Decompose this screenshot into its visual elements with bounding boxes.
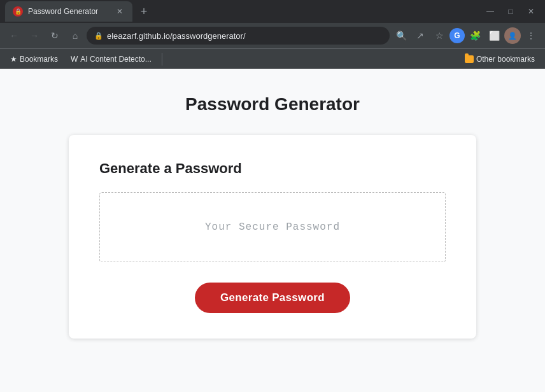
tab-title: Password Generator (28, 7, 110, 16)
active-tab[interactable]: Password Generator ✕ (5, 1, 132, 22)
search-icon[interactable]: 🔍 (392, 27, 410, 45)
folder-icon (465, 55, 474, 63)
back-button[interactable]: ← (5, 27, 23, 45)
star-icon: ★ (10, 55, 17, 64)
bookmarks-bar: ★ Bookmarks W AI Content Detecto... Othe… (0, 48, 545, 69)
extensions-icon[interactable]: 🧩 (466, 27, 484, 45)
google-account-button[interactable]: G (449, 28, 465, 43)
browser-layout-icon[interactable]: ⬜ (485, 27, 503, 45)
minimize-button[interactable]: — (481, 3, 499, 20)
forward-button[interactable]: → (25, 27, 43, 45)
title-bar: Password Generator ✕ + — □ ✕ (0, 0, 545, 23)
ai-content-label: AI Content Detecto... (80, 55, 151, 64)
page-content: Password Generator Generate a Password Y… (0, 69, 545, 392)
maximize-button[interactable]: □ (502, 3, 520, 20)
other-bookmarks-label: Other bookmarks (476, 55, 535, 64)
menu-icon[interactable]: ⋮ (522, 27, 540, 45)
window-controls: — □ ✕ (481, 3, 540, 20)
password-placeholder-text: Your Secure Password (205, 221, 340, 233)
bookmarks-folder-item[interactable]: ★ Bookmarks (5, 53, 63, 66)
w-icon: W (71, 55, 78, 64)
bookmarks-label: Bookmarks (20, 55, 58, 64)
bookmark-star-icon[interactable]: ☆ (430, 27, 448, 45)
other-bookmarks-button[interactable]: Other bookmarks (460, 53, 540, 66)
browser-frame: Password Generator ✕ + — □ ✕ ← → ↻ ⌂ 🔒 e… (0, 0, 545, 392)
password-generator-card: Generate a Password Your Secure Password… (69, 135, 476, 339)
share-icon[interactable]: ↗ (411, 27, 429, 45)
address-bar[interactable]: 🔒 eleazarf.github.io/passwordgenerator/ (87, 27, 390, 45)
profile-avatar[interactable]: 👤 (504, 27, 521, 44)
url-text: eleazarf.github.io/passwordgenerator/ (107, 31, 382, 41)
lock-icon: 🔒 (94, 32, 103, 40)
new-tab-button[interactable]: + (135, 3, 153, 20)
navigation-bar: ← → ↻ ⌂ 🔒 eleazarf.github.io/passwordgen… (0, 23, 545, 48)
tab-favicon-icon (13, 6, 23, 17)
password-display-area: Your Secure Password (99, 192, 446, 262)
tab-close-button[interactable]: ✕ (115, 6, 125, 17)
home-button[interactable]: ⌂ (66, 27, 84, 45)
bookmarks-separator (162, 53, 162, 66)
ai-content-detector-bookmark[interactable]: W AI Content Detecto... (66, 53, 157, 66)
card-heading: Generate a Password (99, 160, 446, 177)
page-title: Password Generator (185, 94, 360, 115)
reload-button[interactable]: ↻ (46, 27, 64, 45)
close-button[interactable]: ✕ (522, 3, 540, 20)
nav-actions: 🔍 ↗ ☆ G 🧩 ⬜ 👤 ⋮ (392, 27, 540, 45)
generate-password-button[interactable]: Generate Password (195, 283, 350, 313)
